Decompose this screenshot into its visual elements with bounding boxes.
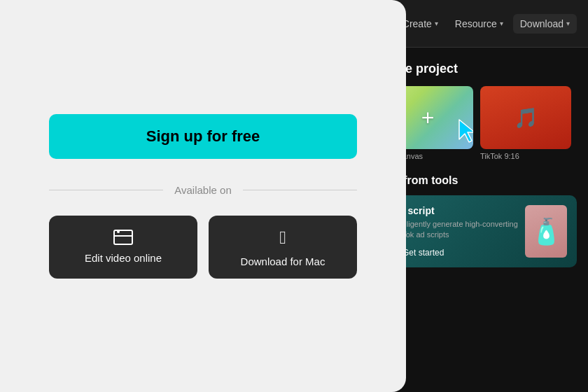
svg-marker-0 <box>459 120 473 142</box>
available-on-label: Available on <box>163 184 242 196</box>
chevron-down-icon: ▾ <box>435 20 438 27</box>
nav-create-label: Create <box>402 18 432 29</box>
nav-item-download[interactable]: Download ▾ <box>513 14 577 34</box>
nav-item-resource[interactable]: Resource ▾ <box>448 14 510 34</box>
edit-online-label: Edit video online <box>85 252 162 264</box>
tools-section-title: tart from tools <box>382 174 577 187</box>
signup-button[interactable]: Sign up for free <box>49 114 357 159</box>
cursor-arrow-icon <box>455 117 473 145</box>
ad-script-card[interactable]: Ad script Intelligently generate high-co… <box>382 195 577 267</box>
tiktok-label: TikTok 9:16 <box>480 152 571 160</box>
platform-buttons: Edit video online  Download for Mac <box>49 216 357 279</box>
ad-script-description: Intelligently generate high-converting T… <box>392 219 518 241</box>
get-started-button[interactable]: ▶ Get started <box>392 248 518 258</box>
download-mac-button[interactable]:  Download for Mac <box>209 216 357 279</box>
person-image: 🧴 <box>531 217 562 246</box>
divider-left <box>49 190 163 190</box>
get-started-label: Get started <box>402 248 444 258</box>
chevron-down-icon: ▾ <box>500 20 503 27</box>
browser-icon <box>113 230 133 245</box>
tiktok-thumb[interactable]: 🎵 <box>480 86 571 149</box>
available-on-row: Available on <box>49 184 357 196</box>
apple-icon:  <box>279 227 286 248</box>
left-panel: Sign up for free Available on Edit video… <box>0 0 406 392</box>
ad-script-title: Ad script <box>392 205 518 216</box>
nav-download-label: Download <box>520 18 564 29</box>
edit-online-button[interactable]: Edit video online <box>49 216 197 279</box>
tiktok-icon: 🎵 <box>514 106 538 130</box>
ad-script-info: Ad script Intelligently generate high-co… <box>392 205 518 258</box>
divider-right <box>243 190 357 190</box>
project-row: + lank canvas 🎵 <box>382 86 577 160</box>
add-icon: + <box>421 105 435 131</box>
create-project-title: reate project <box>382 62 577 76</box>
nav-resource-label: Resource <box>455 18 497 29</box>
chevron-down-icon: ▾ <box>566 20 570 27</box>
download-mac-label: Download for Mac <box>241 255 326 267</box>
ad-script-image: 🧴 <box>525 205 567 258</box>
